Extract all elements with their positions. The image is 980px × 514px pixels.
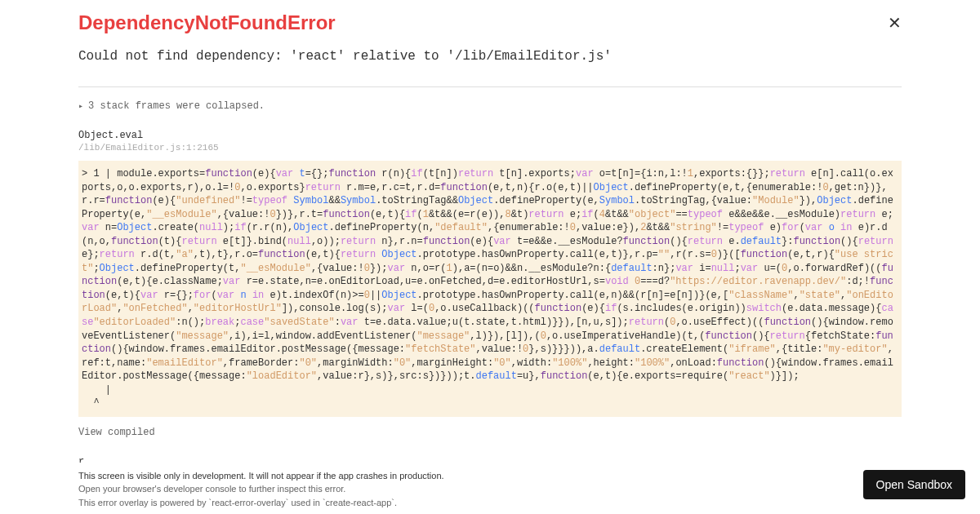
error-message: Could not find dependency: 'react' relat… [78, 49, 902, 64]
open-sandbox-button[interactable]: Open Sandbox [863, 470, 965, 499]
footer-notice: This screen is visible only in developme… [0, 463, 980, 515]
footer-line-2: Open your browser's developer console to… [78, 482, 902, 496]
view-compiled-link[interactable]: View compiled [78, 427, 902, 438]
stack-file: /lib/EmailEditor.js:1:2165 [78, 143, 902, 153]
collapsed-frames-toggle[interactable]: 3 stack frames were collapsed. [78, 100, 902, 112]
error-title: DependencyNotFoundError [78, 11, 336, 34]
divider [78, 86, 902, 87]
source-code-block: > 1 | module.exports=function(e){var t={… [78, 161, 902, 417]
stack-location: Object.eval [78, 130, 902, 141]
footer-line-3: This error overlay is powered by `react-… [78, 496, 902, 510]
close-icon[interactable]: ✕ [888, 15, 902, 31]
footer-line-1: This screen is visible only in developme… [78, 469, 902, 483]
